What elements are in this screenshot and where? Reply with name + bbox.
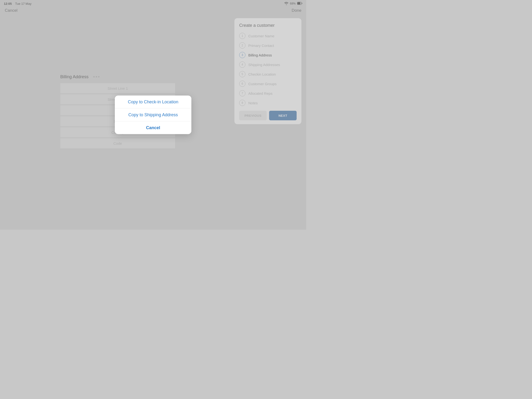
copy-to-checkin-button[interactable]: Copy to Check-in Location (115, 96, 191, 109)
copy-to-shipping-button[interactable]: Copy to Shipping Address (115, 109, 191, 121)
action-sheet: Copy to Check-in Location Copy to Shippi… (115, 96, 191, 134)
action-cancel-button[interactable]: Cancel (115, 121, 191, 134)
